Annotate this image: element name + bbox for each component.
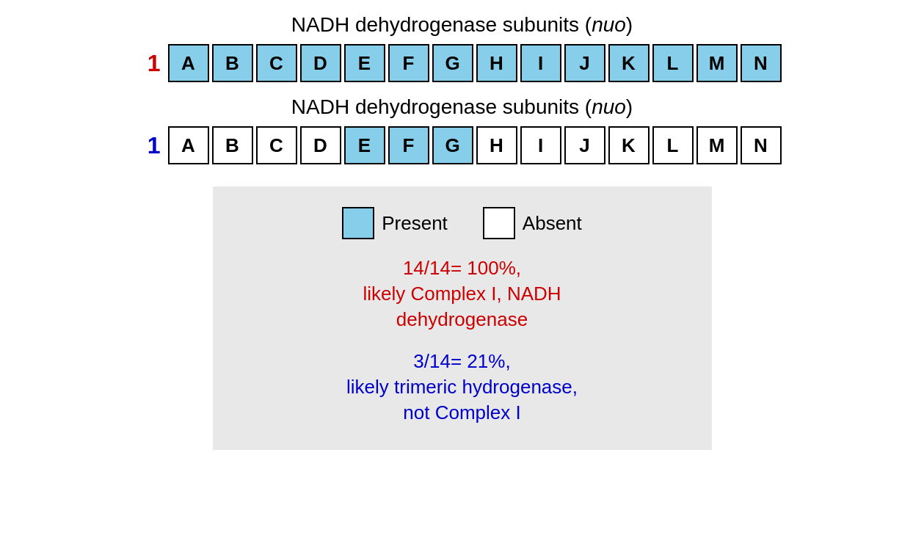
gene-box-C1: C xyxy=(256,44,297,82)
section1: NADH dehydrogenase subunits (nuo) 1 A B … xyxy=(143,13,782,82)
gene-box-A1: A xyxy=(168,44,209,82)
section2-title: NADH dehydrogenase subunits (nuo) xyxy=(291,95,633,119)
gene-box-B2: B xyxy=(212,126,253,164)
gene-box-N2: N xyxy=(741,126,782,164)
gene-box-D2: D xyxy=(300,126,341,164)
gene-box-F1: F xyxy=(388,44,429,82)
present-box xyxy=(342,207,374,239)
gene-box-J1: J xyxy=(564,44,605,82)
legend-panel: Present Absent 14/14= 100%, likely Compl… xyxy=(213,186,712,450)
absent-box xyxy=(483,207,515,239)
gene-box-N1: N xyxy=(741,44,782,82)
gene-box-E2: E xyxy=(344,126,385,164)
gene-box-H1: H xyxy=(476,44,517,82)
gene-box-B1: B xyxy=(212,44,253,82)
gene-box-G2: G xyxy=(432,126,473,164)
section1-row-number: 1 xyxy=(143,50,161,77)
section2-row: 1 A B C D E F G H I J K L M N xyxy=(143,126,782,164)
gene-box-F2: F xyxy=(388,126,429,164)
legend-present: Present xyxy=(342,207,448,239)
gene-box-K1: K xyxy=(608,44,650,82)
gene-box-I2: I xyxy=(520,126,561,164)
section1-title: NADH dehydrogenase subunits (nuo) xyxy=(291,13,633,37)
gene-box-L1: L xyxy=(652,44,694,82)
section1-row: 1 A B C D E F G H I J K L M N xyxy=(143,44,782,82)
stat-red: 14/14= 100%, likely Complex I, NADH dehy… xyxy=(363,255,561,332)
legend-absent: Absent xyxy=(483,207,582,239)
section2-row-number: 1 xyxy=(143,132,161,159)
gene-box-E1: E xyxy=(344,44,385,82)
gene-box-G1: G xyxy=(432,44,473,82)
gene-box-M1: M xyxy=(696,44,738,82)
gene-box-K2: K xyxy=(608,126,650,164)
gene-box-H2: H xyxy=(476,126,517,164)
stat-blue: 3/14= 21%, likely trimeric hydrogenase, … xyxy=(346,349,578,426)
gene-box-M2: M xyxy=(696,126,738,164)
gene-box-J2: J xyxy=(564,126,605,164)
gene-box-L2: L xyxy=(652,126,694,164)
legend-row: Present Absent xyxy=(342,207,582,239)
gene-box-D1: D xyxy=(300,44,341,82)
section2: NADH dehydrogenase subunits (nuo) 1 A B … xyxy=(143,95,782,164)
absent-label: Absent xyxy=(523,212,582,235)
present-label: Present xyxy=(382,212,448,235)
gene-box-I1: I xyxy=(520,44,561,82)
gene-box-A2: A xyxy=(168,126,209,164)
gene-box-C2: C xyxy=(256,126,297,164)
